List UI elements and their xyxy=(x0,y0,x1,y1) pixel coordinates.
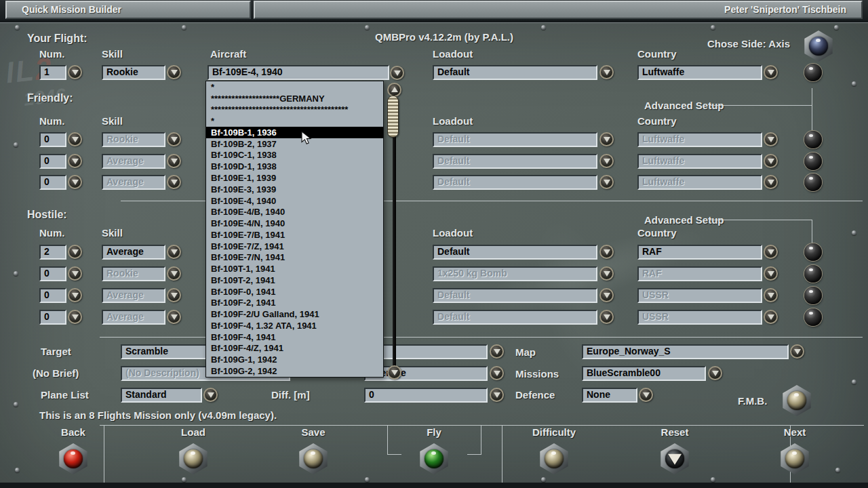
scrollbar-thumb[interactable] xyxy=(387,96,399,138)
hostile-num-arrow-icon[interactable] xyxy=(68,245,82,259)
load-knob[interactable] xyxy=(178,443,209,474)
friendly-country-field[interactable]: Luftwaffe xyxy=(637,132,762,147)
hostile-num-arrow-icon[interactable] xyxy=(68,310,82,324)
dropdown-item[interactable]: Bf-109E-4/B, 1940 xyxy=(206,206,383,218)
hostile-loadout-arrow-icon[interactable] xyxy=(599,266,614,281)
aircraft-dropdown-list[interactable]: *********************GERMANY************… xyxy=(205,81,384,378)
your-flight-aircraft-combo[interactable]: Bf-109E-4, 1940 xyxy=(208,65,389,80)
diff-arrow-icon[interactable] xyxy=(490,388,504,402)
plane-list-arrow-icon[interactable] xyxy=(203,388,218,402)
friendly-num-field[interactable]: 0 xyxy=(39,154,66,169)
hostile-loadout-field[interactable]: Default xyxy=(433,288,597,303)
dropdown-item[interactable]: Bf-109D-1, 1938 xyxy=(206,161,383,172)
hostile-skill-arrow-icon[interactable] xyxy=(167,288,181,302)
dropdown-item[interactable]: Bf-109F-2, 1941 xyxy=(206,298,383,309)
dropdown-item[interactable]: Bf-109T-1, 1941 xyxy=(206,263,383,274)
friendly-skill-arrow-icon[interactable] xyxy=(167,175,181,189)
hostile-country-arrow-icon[interactable] xyxy=(764,288,778,302)
dropdown-item[interactable]: Bf-109B-1, 1936 xyxy=(206,127,383,138)
fmb-knob[interactable] xyxy=(781,385,812,416)
dropdown-item[interactable]: Bf-109E-3, 1939 xyxy=(206,184,383,195)
your-flight-country-arrow-icon[interactable] xyxy=(764,65,778,79)
dropdown-item[interactable]: Bf-109G-2, 1942 xyxy=(206,365,383,377)
dropdown-item[interactable]: Bf-109F-2/U Galland, 1941 xyxy=(206,308,383,320)
friendly-num-field[interactable]: 0 xyxy=(39,132,66,147)
dropdown-item[interactable]: Bf-109E-7/Z, 1941 xyxy=(206,241,383,252)
chose-side-knob[interactable] xyxy=(803,30,834,62)
fly-knob[interactable] xyxy=(418,443,450,474)
hostile-country-field[interactable]: USSR xyxy=(637,288,762,303)
dropdown-item[interactable]: ********************GERMANY xyxy=(206,93,383,104)
friendly-country-field[interactable]: Luftwaffe xyxy=(637,154,762,169)
hostile-loadout-arrow-icon[interactable] xyxy=(599,310,614,324)
dropdown-item[interactable]: Bf-109E-1, 1939 xyxy=(206,172,383,184)
tab-pilot-name[interactable]: Peter 'Sniperton' Tischbein xyxy=(254,1,863,19)
hostile-country-field[interactable]: USSR xyxy=(637,310,762,325)
dropdown-item[interactable]: * xyxy=(206,115,383,127)
hostile-skill-field[interactable]: Average xyxy=(102,310,165,325)
hostile-num-field[interactable]: 2 xyxy=(39,245,66,260)
friendly-skill-arrow-icon[interactable] xyxy=(167,154,181,168)
missions-field[interactable]: BlueScramble00 xyxy=(582,366,706,381)
hostile-num-arrow-icon[interactable] xyxy=(68,288,82,302)
dropdown-item[interactable]: **************************************** xyxy=(206,104,383,116)
hostile-skill-field[interactable]: Average xyxy=(102,288,165,303)
diff-field[interactable]: 0 xyxy=(364,388,488,403)
hostile-country-field[interactable]: RAF xyxy=(637,266,762,281)
friendly-advanced-button[interactable] xyxy=(804,152,822,170)
dropdown-item[interactable]: Bf-109F-0, 1941 xyxy=(206,286,383,298)
friendly-advanced-button[interactable] xyxy=(804,131,822,148)
hostile-advanced-button[interactable] xyxy=(804,308,822,326)
next-knob[interactable] xyxy=(779,443,810,474)
scroll-up-icon[interactable] xyxy=(387,83,401,97)
your-flight-num-arrow-icon[interactable] xyxy=(68,65,82,79)
hostile-loadout-field[interactable]: 1x250 kg Bomb xyxy=(433,266,597,281)
friendly-num-field[interactable]: 0 xyxy=(39,175,66,190)
hostile-num-field[interactable]: 0 xyxy=(39,310,66,325)
friendly-country-field[interactable]: Luftwaffe xyxy=(637,175,762,190)
dropdown-item[interactable]: Bf-109G-1, 1942 xyxy=(206,354,383,365)
dropdown-item[interactable]: Bf-109E-4/N, 1940 xyxy=(206,218,383,229)
missions-arrow-icon[interactable] xyxy=(708,366,722,380)
hostile-country-arrow-icon[interactable] xyxy=(764,310,778,324)
friendly-country-arrow-icon[interactable] xyxy=(764,154,778,168)
hostile-num-field[interactable]: 0 xyxy=(39,266,66,281)
friendly-skill-arrow-icon[interactable] xyxy=(167,132,181,146)
save-knob[interactable] xyxy=(298,443,329,474)
friendly-num-arrow-icon[interactable] xyxy=(68,154,82,168)
hostile-loadout-field[interactable]: Default xyxy=(433,310,597,325)
dropdown-item[interactable]: Bf-109F-4/Z, 1941 xyxy=(206,343,383,354)
hostile-skill-arrow-icon[interactable] xyxy=(167,310,181,324)
friendly-advanced-button[interactable] xyxy=(804,174,822,191)
dropdown-item[interactable]: Bf-109T-2, 1941 xyxy=(206,274,383,286)
map-field[interactable]: Europe_Norway_S xyxy=(582,344,789,359)
your-flight-skill-arrow-icon[interactable] xyxy=(167,65,181,79)
hostile-country-arrow-icon[interactable] xyxy=(764,266,778,281)
your-flight-skill-field[interactable]: Rookie xyxy=(102,65,165,80)
friendly-num-arrow-icon[interactable] xyxy=(68,175,82,189)
difficulty-knob[interactable] xyxy=(538,443,570,474)
dropdown-item[interactable]: Bf-109E-7/B, 1941 xyxy=(206,229,383,241)
your-flight-loadout-field[interactable]: Default xyxy=(433,65,597,80)
your-flight-country-field[interactable]: Luftwaffe xyxy=(637,65,762,80)
hostile-loadout-field[interactable]: Default xyxy=(433,245,597,260)
hostile-skill-arrow-icon[interactable] xyxy=(167,245,181,259)
friendly-skill-field[interactable]: Rookie xyxy=(102,132,165,147)
dropdown-item[interactable]: Bf-109C-1, 1938 xyxy=(206,150,383,161)
hostile-skill-field[interactable]: Rookie xyxy=(102,266,165,281)
target-arrow-icon[interactable] xyxy=(490,344,504,359)
hostile-country-field[interactable]: RAF xyxy=(637,245,762,260)
friendly-loadout-arrow-icon[interactable] xyxy=(599,132,614,146)
plane-list-field[interactable]: Standard xyxy=(121,388,202,403)
dropdown-item[interactable]: * xyxy=(206,81,383,93)
dropdown-item[interactable]: Bf-109E-4, 1940 xyxy=(206,195,383,207)
defence-field[interactable]: None xyxy=(582,388,637,403)
hostile-skill-field[interactable]: Average xyxy=(102,245,165,260)
your-flight-loadout-arrow-icon[interactable] xyxy=(599,65,614,79)
tab-quick-mission-builder[interactable]: Quick Mission Builder xyxy=(5,1,251,19)
friendly-num-arrow-icon[interactable] xyxy=(68,132,82,146)
your-flight-aircraft-arrow-icon[interactable] xyxy=(390,66,404,80)
defence-arrow-icon[interactable] xyxy=(639,388,653,402)
dropdown-item[interactable]: Bf-109F-4, 1.32 ATA, 1941 xyxy=(206,320,383,331)
friendly-loadout-arrow-icon[interactable] xyxy=(599,175,614,189)
